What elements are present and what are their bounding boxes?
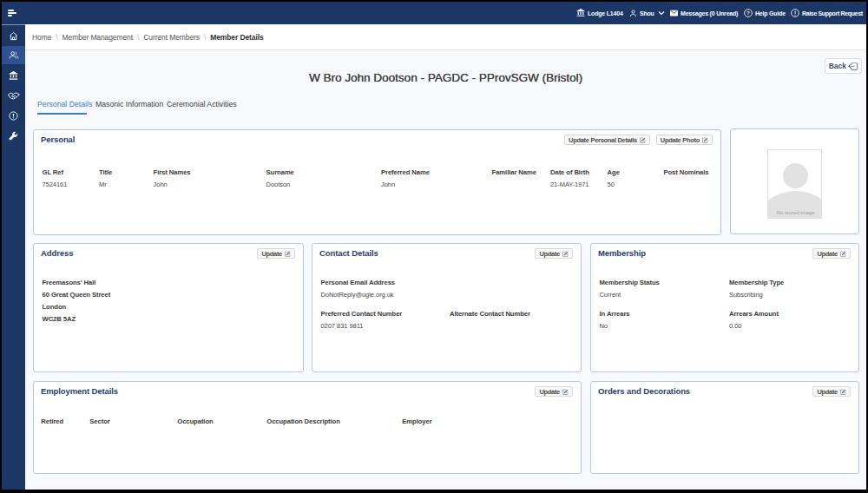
- svg-text:?: ?: [746, 10, 750, 16]
